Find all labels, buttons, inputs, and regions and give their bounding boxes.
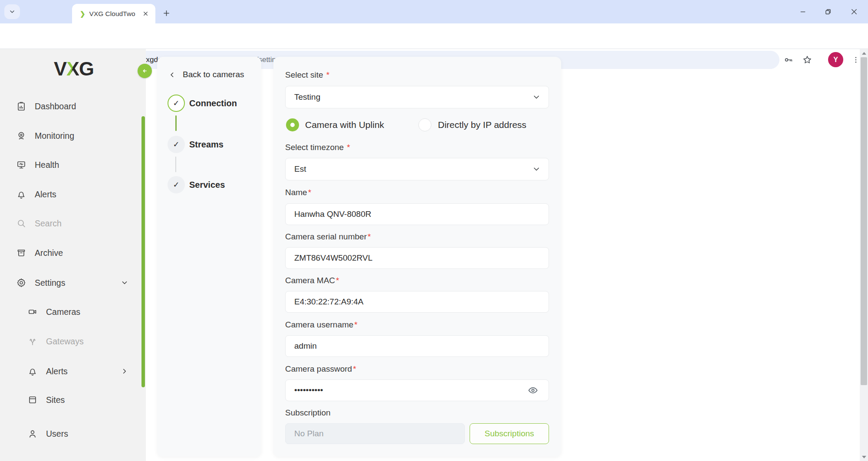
- toggle-password-visibility[interactable]: [523, 385, 542, 396]
- archive-icon: [16, 247, 27, 258]
- mac-input[interactable]: [285, 291, 549, 313]
- radio-camera-with-uplink-label[interactable]: Camera with Uplink: [305, 120, 384, 130]
- sidebar-collapse-button[interactable]: [138, 64, 152, 78]
- logo-letter-x: X: [66, 58, 79, 80]
- sidebar-item-archive[interactable]: Archive: [0, 245, 146, 260]
- bell-icon: [16, 189, 27, 200]
- check-icon: ✓: [173, 140, 179, 149]
- sidebar-item-sites[interactable]: Sites: [0, 392, 146, 407]
- video-camera-icon: [27, 306, 38, 317]
- serial-number-label: Camera serial number*: [285, 232, 371, 242]
- select-site-dropdown[interactable]: Testing: [285, 86, 549, 108]
- sidebar-item-alerts-settings[interactable]: Alerts: [0, 364, 146, 379]
- profile-avatar[interactable]: Y: [828, 52, 843, 67]
- arrow-left-icon: [141, 67, 148, 75]
- select-timezone-dropdown[interactable]: Est: [285, 158, 549, 180]
- gear-icon: [16, 277, 27, 288]
- wizard-steps-panel: Back to cameras ✓ Connection ✓ Streams ✓…: [157, 57, 261, 457]
- dashboard-icon: [16, 101, 27, 112]
- new-tab-button[interactable]: [159, 6, 174, 20]
- chevron-down-icon: [532, 93, 541, 101]
- minimize-icon: [799, 8, 807, 16]
- tab-search-button[interactable]: [4, 4, 20, 19]
- name-input[interactable]: [285, 203, 549, 225]
- camera-create-form: Select site* Testing Camera with Uplink …: [273, 57, 561, 457]
- browser-window: ❯ VXG CloudTwo clou: [0, 0, 868, 461]
- window-restore-button[interactable]: [819, 3, 837, 21]
- triangle-up-icon: [862, 52, 866, 55]
- plus-icon: [163, 10, 170, 17]
- tab-title: VXG CloudTwo: [89, 10, 141, 18]
- select-site-value: Testing: [294, 92, 532, 102]
- gateway-split-icon: [27, 336, 38, 347]
- eye-icon: [528, 385, 538, 396]
- subscription-label: Subscription: [285, 408, 331, 418]
- tab-close-button[interactable]: [141, 9, 150, 19]
- browser-toolbar: cloudtwo-stage.vxgdemo.cloud-vms.com/cus…: [0, 23, 868, 49]
- browser-scrollbar-thumb[interactable]: [861, 57, 867, 385]
- step-connection-label[interactable]: Connection: [189, 98, 237, 108]
- window-close-button[interactable]: [845, 3, 863, 21]
- chevron-right-icon: [121, 367, 128, 375]
- users-icon: [27, 428, 38, 439]
- required-marker: *: [308, 188, 311, 197]
- sidebar-item-cameras[interactable]: Cameras: [0, 304, 146, 319]
- sidebar-item-users[interactable]: Users: [0, 426, 146, 441]
- step-services-label[interactable]: Services: [189, 180, 225, 190]
- kebab-menu-icon: [852, 56, 860, 64]
- required-marker: *: [368, 232, 371, 241]
- search-icon: [16, 218, 27, 229]
- username-label: Camera username*: [285, 320, 358, 330]
- scrollbar-down-arrow[interactable]: [860, 453, 868, 461]
- restore-icon: [824, 8, 832, 16]
- step-connector: [175, 157, 176, 172]
- username-input[interactable]: [285, 335, 549, 357]
- sidebar-item-monitoring[interactable]: Monitoring: [0, 128, 146, 143]
- sidebar-item-settings[interactable]: Settings: [0, 275, 146, 290]
- password-label: Camera password*: [285, 364, 356, 374]
- chevron-down-icon: [532, 165, 541, 173]
- required-marker: *: [347, 143, 350, 152]
- chevron-left-icon: [168, 71, 176, 78]
- sidebar-item-dashboard[interactable]: Dashboard: [0, 99, 146, 114]
- step-connector: [175, 115, 177, 131]
- bell-icon: [27, 366, 38, 377]
- required-marker: *: [354, 320, 357, 329]
- back-to-cameras-link[interactable]: Back to cameras: [168, 70, 244, 79]
- sites-icon: [27, 394, 38, 405]
- radio-directly-by-ip-label[interactable]: Directly by IP address: [438, 120, 526, 130]
- browser-tab[interactable]: ❯ VXG CloudTwo: [72, 4, 155, 23]
- bookmark-button[interactable]: [798, 51, 816, 69]
- step-services-indicator[interactable]: ✓: [168, 176, 185, 193]
- serial-number-input[interactable]: [285, 247, 549, 269]
- subscriptions-button[interactable]: Subscriptions: [470, 423, 549, 444]
- sidebar-scrollbar[interactable]: [141, 116, 145, 387]
- chevron-down-icon: [121, 279, 128, 287]
- sidebar-item-alerts[interactable]: Alerts: [0, 187, 146, 202]
- subscription-input: [285, 423, 465, 444]
- step-streams-indicator[interactable]: ✓: [168, 136, 185, 153]
- mac-label: Camera MAC*: [285, 276, 339, 285]
- logo-letter-g: G: [79, 58, 94, 80]
- step-connection-indicator[interactable]: ✓: [168, 95, 185, 112]
- required-marker: *: [353, 364, 356, 373]
- triangle-down-icon: [862, 456, 866, 458]
- sidebar-item-health[interactable]: Health: [0, 157, 146, 172]
- sidebar-item-search[interactable]: Search: [0, 216, 146, 231]
- scrollbar-up-arrow[interactable]: [860, 49, 868, 57]
- step-streams-label[interactable]: Streams: [189, 140, 224, 150]
- select-site-label: Select site*: [285, 70, 329, 80]
- close-icon: [143, 11, 148, 16]
- password-manager-button[interactable]: [779, 51, 798, 69]
- star-icon: [802, 55, 812, 65]
- radio-directly-by-ip[interactable]: [418, 118, 431, 131]
- window-minimize-button[interactable]: [794, 3, 812, 21]
- required-marker: *: [326, 70, 329, 79]
- close-icon: [850, 8, 858, 16]
- check-icon: ✓: [173, 98, 179, 108]
- back-to-cameras-label: Back to cameras: [183, 70, 244, 79]
- sidebar-item-gateways[interactable]: Gateways: [0, 334, 146, 349]
- radio-camera-with-uplink[interactable]: [286, 118, 299, 131]
- password-input[interactable]: [285, 379, 549, 401]
- health-monitor-icon: [16, 159, 27, 170]
